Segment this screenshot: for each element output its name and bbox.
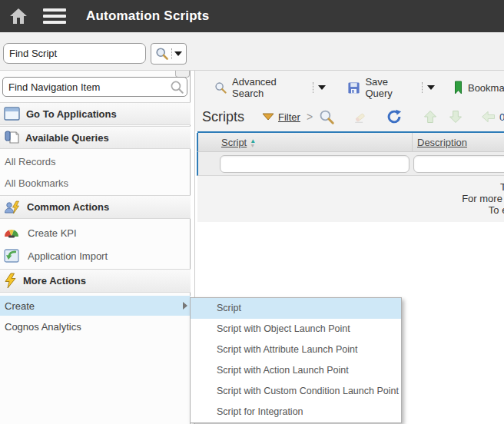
navigation-sidebar: Go To Applications Available Queries All… [0, 71, 191, 424]
search-toolbar: Advanced Search Save Query Bookmarks [195, 78, 504, 98]
refresh-icon[interactable] [386, 108, 403, 125]
find-record-input[interactable] [3, 43, 146, 64]
hamburger-menu-icon[interactable] [43, 8, 66, 24]
sidebar-section-common-actions[interactable]: Common Actions [0, 195, 191, 219]
menu-item-script-for-integration[interactable]: Script for Integration [191, 402, 401, 422]
bookmarks-icon [454, 81, 463, 94]
create-flyout-menu: Script Script with Object Launch Point S… [190, 297, 402, 423]
clear-filter-icon-disabled [352, 109, 370, 124]
menu-item-script-object-launch-point[interactable]: Script with Object Launch Point [191, 319, 401, 340]
table-header-row: Script▲▼ Description [197, 133, 504, 152]
list-header-row: Scripts Filter > [195, 104, 504, 129]
section-label: Common Actions [27, 201, 109, 213]
sidebar-item-all-records[interactable]: All Records [0, 151, 191, 172]
action-label: Cognos Analytics [5, 321, 81, 333]
query-link-label: All Bookmarks [5, 177, 68, 189]
list-title: Scripts [202, 109, 244, 125]
sidebar-item-cognos-analytics[interactable]: Cognos Analytics [0, 316, 191, 337]
sidebar-item-create-kpi[interactable]: Create KPI [0, 221, 191, 244]
sidebar-item-application-import[interactable]: Application Import [0, 244, 191, 267]
table-filter-row [197, 152, 504, 176]
empty-results-message: To find records, use the filter fields a… [197, 181, 504, 216]
lightning-icon [4, 273, 17, 289]
home-icon[interactable] [9, 8, 28, 25]
filter-chevron: > [307, 111, 313, 123]
menu-item-script-action-launch-point[interactable]: Script with Action Launch Point [191, 360, 401, 381]
menu-item-script-custom-condition-launch-point[interactable]: Script with Custom Condition Launch Poin… [191, 381, 401, 402]
chevron-down-icon[interactable] [318, 85, 326, 90]
save-query-icon [347, 81, 360, 94]
action-label: Create [5, 300, 35, 312]
find-search-button[interactable] [151, 43, 187, 65]
sidebar-section-more-actions[interactable]: More Actions [0, 269, 191, 293]
automation-scripts-app: Automation Scripts [0, 0, 504, 424]
save-query-button[interactable]: Save Query [365, 76, 413, 99]
filter-search-icon[interactable] [319, 109, 335, 125]
record-count: 0 [499, 111, 504, 123]
empty-message-line: To enter a new record, use the Insert bu… [197, 204, 504, 216]
application-import-icon [3, 248, 20, 263]
application-window-icon [4, 107, 20, 121]
sidebar-item-all-bookmarks[interactable]: All Bookmarks [0, 172, 191, 194]
section-label: Available Queries [25, 132, 109, 144]
filter-funnel-icon[interactable] [262, 113, 274, 121]
menu-item-script[interactable]: Script [191, 298, 401, 319]
column-header-script[interactable]: Script▲▼ [221, 137, 256, 148]
chevron-down-icon[interactable] [427, 85, 435, 90]
filter-toggle-link[interactable]: Filter [278, 111, 300, 123]
search-icon[interactable] [170, 80, 184, 94]
find-navigation-input[interactable] [2, 77, 187, 97]
empty-message-line: For more search options, use the Advance… [197, 193, 504, 204]
previous-row-arrow-icon-disabled [423, 109, 438, 124]
bookmarks-button[interactable]: Bookmarks [468, 82, 504, 94]
section-label: Go To Applications [26, 108, 117, 120]
advanced-search-button[interactable]: Advanced Search [232, 76, 303, 99]
app-title: Automation Scripts [86, 8, 209, 24]
button-divider [313, 82, 313, 93]
kpi-gauge-icon [3, 227, 20, 238]
sidebar-section-available-queries[interactable]: Available Queries [0, 126, 191, 149]
advanced-search-icon [214, 81, 227, 94]
action-label: Create KPI [28, 227, 77, 239]
top-header-bar: Automation Scripts [0, 0, 504, 32]
action-label: Application Import [28, 250, 108, 262]
section-label: More Actions [23, 275, 86, 287]
search-icon [155, 47, 169, 61]
chevron-down-icon[interactable] [174, 51, 182, 56]
sidebar-item-create[interactable]: Create [0, 296, 191, 316]
queries-icon [4, 130, 19, 145]
column-header-description[interactable]: Description [417, 137, 467, 148]
empty-results-band: To find records, use the filter fields a… [197, 176, 504, 222]
script-filter-input[interactable] [220, 155, 410, 173]
next-row-arrow-icon-disabled [448, 109, 463, 124]
column-divider [412, 133, 413, 152]
submenu-arrow-icon [183, 302, 187, 310]
sidebar-section-go-to-applications[interactable]: Go To Applications [0, 102, 191, 125]
list-toolbar-zone: Advanced Search Save Query Bookmarks Scr… [195, 71, 504, 131]
button-divider [422, 82, 423, 93]
sort-ascending-icon[interactable]: ▲▼ [250, 138, 256, 148]
description-filter-input[interactable] [413, 155, 504, 173]
person-lightning-icon [4, 200, 21, 215]
query-link-label: All Records [5, 156, 55, 167]
menu-item-script-attribute-launch-point[interactable]: Script with Attribute Launch Point [191, 340, 401, 360]
empty-message-line: To find records, use the filter fields a… [197, 181, 504, 193]
button-divider [171, 48, 172, 59]
record-toolbar [0, 32, 504, 71]
previous-page-arrow-icon-disabled [481, 109, 496, 124]
